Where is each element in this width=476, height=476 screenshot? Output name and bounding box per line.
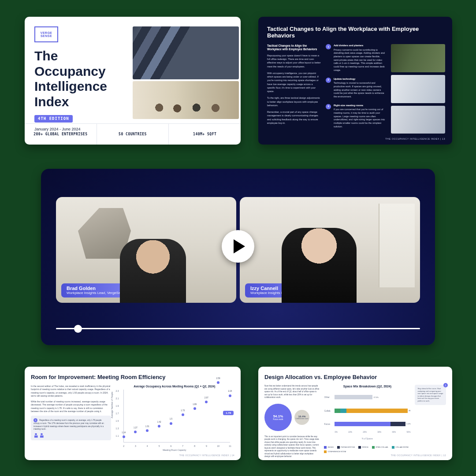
x-tick: 11 xyxy=(229,445,231,447)
body-text: Now that we better understand the trends… xyxy=(264,385,320,399)
data-label: 1.5 xyxy=(170,418,172,420)
bar-segment xyxy=(401,422,406,426)
collab-share: 18.4%Collaboration work xyxy=(294,410,309,425)
data-point xyxy=(134,431,137,433)
x-tick: 3 xyxy=(135,445,136,447)
x-tick: 0% xyxy=(335,431,338,433)
edition-badge: 4TH EDITION xyxy=(34,115,73,123)
list-item-body: If you are concerned that you're running… xyxy=(334,108,387,128)
y-tick: 1.9 xyxy=(116,405,119,407)
photo-thumb xyxy=(391,75,445,103)
bar-segment xyxy=(335,409,340,413)
x-axis-label: Meeting Room Capacity xyxy=(115,449,234,451)
y-tick: 1.1 xyxy=(116,435,119,437)
bar-value-label: 27.5% xyxy=(373,396,378,398)
data-point xyxy=(229,394,231,397)
scatter-chart: Average Occupancy Across Meeting Rooms (… xyxy=(115,385,234,451)
data-label: 1.31 xyxy=(145,425,149,428)
y-tick: 2.3 xyxy=(116,390,119,392)
hero-image-building xyxy=(133,26,239,79)
bar-value-label: 46 xyxy=(409,409,410,412)
data-label: 1.14 xyxy=(122,431,126,434)
list-number-icon: 2 xyxy=(326,78,331,83)
x-tick: 9 xyxy=(206,445,207,447)
list-item-title: Update technology xyxy=(334,78,387,81)
y-tick: 1.5 xyxy=(116,420,119,422)
legend-item: COLLAB ROOM xyxy=(392,446,408,449)
bar-segment xyxy=(335,422,390,426)
y-tick: 2.1 xyxy=(116,397,119,400)
body-text: To the right, are three tactical design … xyxy=(267,96,321,107)
participant-name: Izzy Cannell xyxy=(250,286,310,291)
x-tick: 40% xyxy=(392,431,396,433)
body-text: Repurposing your space doesn't have to m… xyxy=(267,54,321,68)
data-label: 1.27 xyxy=(134,427,138,429)
data-label: 1.73 xyxy=(181,409,185,412)
body-text: In the second edition of The Index, we r… xyxy=(31,385,111,398)
data-label: 2.24 xyxy=(228,390,232,392)
callout-box: 1 Regardless of a meeting room's capacit… xyxy=(31,416,111,440)
stat-countries: 50 COUNTRIES xyxy=(97,124,169,145)
x-tick: 20% xyxy=(363,431,367,433)
y-axis-label: Average Number of People xyxy=(111,391,113,418)
bar-row: Collab.46 xyxy=(335,404,410,417)
x-tick: 50% xyxy=(406,431,410,433)
chart-title: Average Occupancy Across Meeting Rooms (… xyxy=(115,385,234,388)
list-item-body: Privacy concerns could be contributing t… xyxy=(334,48,387,72)
legend-item: CONFERENCE ROOM xyxy=(324,450,346,453)
body-text: While the total number of meeting rooms … xyxy=(31,400,111,413)
body-text: Remember, a crucial part of any space ch… xyxy=(267,110,321,125)
callout-text: Regardless of a meeting room's capacity,… xyxy=(33,419,104,430)
legend-item: PHONE BOOTHS xyxy=(337,446,355,449)
bar-segment xyxy=(340,409,346,413)
data-point xyxy=(158,425,160,428)
bar-category-label: Focus xyxy=(324,423,330,425)
data-point xyxy=(182,413,184,416)
data-point xyxy=(205,401,208,403)
data-point xyxy=(146,429,149,432)
video-player[interactable]: Brad Golden Workplace Insights Lead, Ver… xyxy=(41,169,435,345)
callout-number-icon: 1 xyxy=(33,418,37,422)
name-chip: Izzy Cannell Workplace Insights Lead, Ve… xyxy=(245,283,316,298)
data-label: 1.89 xyxy=(193,403,197,405)
list-item-title: Add dividers and planters xyxy=(334,44,387,48)
report-title: The Occupancy Intelligence Index xyxy=(34,48,133,109)
bar-row: Focus4.4% xyxy=(335,417,410,431)
slide-title: Design Allocation vs. Employee Behavior xyxy=(264,374,446,380)
chart-legend: DESKSPHONE BOOTHSOFFICEOPEN COLLAB.COLLA… xyxy=(324,446,410,453)
data-point xyxy=(193,407,196,410)
play-button[interactable] xyxy=(222,230,254,263)
page-footer: THE OCCUPANCY INTELLIGENCE INDEX | 12 xyxy=(391,454,446,457)
vergesense-logo: VERGESENSE xyxy=(34,26,58,42)
x-tick: 5 xyxy=(159,445,160,447)
video-participant: Brad Golden Workplace Insights Lead, Ver… xyxy=(56,197,236,303)
legend-item: OPEN COLLAB. xyxy=(372,446,388,449)
legend-item: OFFICE xyxy=(358,446,368,449)
participant-role: Workplace Insights Lead, VergeSense xyxy=(250,291,310,295)
photo-thumb xyxy=(391,44,445,72)
name-chip: Brad Golden Workplace Insights Lead, Ver… xyxy=(61,283,132,298)
body-text: This is an important point to consider b… xyxy=(264,435,320,458)
progress-track[interactable] xyxy=(56,328,420,329)
body-text: With occupancy intelligence, you can pin… xyxy=(267,71,321,93)
slide-title: Tactical Changes to Align the Workplace … xyxy=(267,26,445,39)
average-flag: 1.78 xyxy=(223,411,234,415)
x-tick: 7 xyxy=(182,445,183,447)
page-footer: THE OCCUPANCY INTELLIGENCE INDEX | 14 xyxy=(179,454,234,457)
x-axis-label: % of Spaces xyxy=(324,438,410,440)
bar-category-label: Collab. xyxy=(324,409,331,412)
y-tick: 1.7 xyxy=(116,412,119,415)
x-tick: 10 xyxy=(217,445,219,447)
meeting-room-efficiency-slide: Room for Improvement: Meeting Room Effic… xyxy=(25,367,241,460)
x-tick: 30% xyxy=(377,431,381,433)
tip-callout: 1 Stay ahead of the curve. Start analyzi… xyxy=(415,385,446,405)
bar-value-label: 4.4% xyxy=(406,423,410,425)
callout-number-icon: 1 xyxy=(443,383,448,387)
x-tick: 8 xyxy=(194,445,195,447)
data-point xyxy=(217,381,219,384)
legend-item: DESKS xyxy=(324,446,334,449)
progress-thumb[interactable] xyxy=(74,325,82,333)
stacked-bar-chart: Other27.5%Collab.46Focus4.4%0%10%20%30%4… xyxy=(335,390,410,432)
list-number-icon: 3 xyxy=(326,104,331,109)
list-item-body: Technology is crucial to successful and … xyxy=(334,82,387,98)
